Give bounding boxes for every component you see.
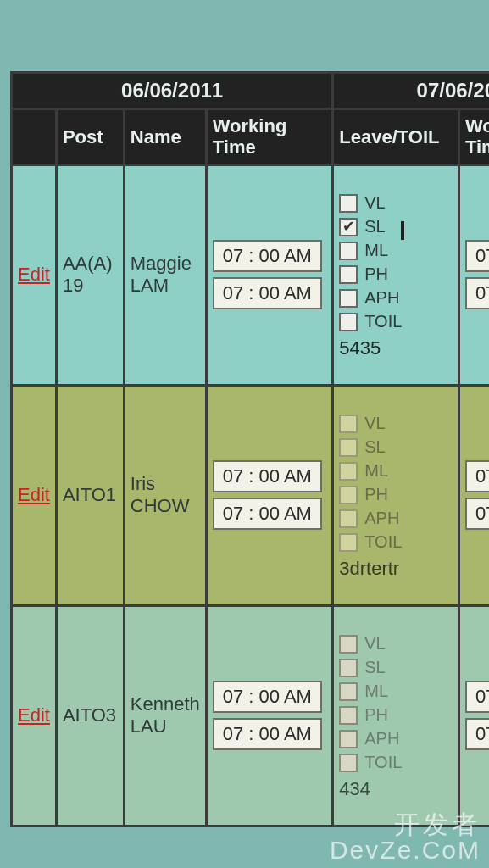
edit-link[interactable]: Edit (18, 264, 50, 285)
leave-option-label: ML (364, 460, 388, 481)
leave-option-row: TOIL (339, 752, 453, 773)
leave-option-label: VL (364, 192, 385, 214)
leave-option-label: ML (364, 681, 388, 702)
checkbox-toil[interactable] (339, 754, 358, 772)
checkbox-sl[interactable]: ✔ (339, 218, 358, 236)
time-input-end[interactable]: 07 : 00 AM (213, 718, 322, 750)
leave-option-row: ML (339, 240, 453, 261)
checkbox-toil[interactable] (339, 533, 358, 552)
leave-option-row: TOIL (339, 531, 453, 553)
checkbox-aph[interactable] (339, 509, 358, 528)
checkbox-ph[interactable] (339, 265, 358, 284)
leave-option-label: ML (364, 240, 388, 261)
leave-note: 5435 (339, 337, 453, 359)
date-header-row: 06/06/2011 07/06/2011 (12, 73, 490, 109)
checkbox-toil[interactable] (339, 313, 358, 331)
leave-option-label: VL (364, 633, 385, 654)
leave-option-label: TOIL (364, 311, 402, 332)
checkbox-aph[interactable] (339, 730, 358, 748)
table-row: EditAITO1Iris CHOW07 : 00 AM07 : 00 AMVL… (12, 385, 490, 605)
time-input-start-2[interactable]: 07 : (465, 681, 489, 713)
schedule-table: 06/06/2011 07/06/2011 Post Name Working … (10, 71, 489, 827)
time-input-end-2[interactable]: 07 : (465, 498, 489, 530)
schedule-table-wrapper: 06/06/2011 07/06/2011 Post Name Working … (10, 71, 489, 827)
checkbox-ph[interactable] (339, 706, 358, 725)
date-header-1: 06/06/2011 (12, 73, 333, 109)
checkbox-vl[interactable] (339, 635, 358, 654)
leave-option-row: SL (339, 657, 453, 678)
col-working-time-2: Working Time (458, 109, 489, 165)
leave-option-row: APH (339, 728, 453, 749)
leave-note: 434 (339, 778, 453, 800)
leave-option-row: APH (339, 508, 453, 529)
post-label: AA(A) 19 (63, 253, 118, 298)
leave-option-row: VL (339, 192, 453, 214)
column-header-row: Post Name Working Time Leave/TOIL Workin… (12, 109, 490, 165)
date-header-2: 07/06/2011 (333, 73, 489, 109)
table-row: EditAA(A) 19Maggie LAM07 : 00 AM07 : 00 … (12, 164, 490, 385)
leave-option-label: TOIL (364, 531, 402, 553)
col-working-time: Working Time (206, 109, 333, 165)
edit-link[interactable]: Edit (18, 704, 50, 726)
name-label: Iris CHOW (131, 473, 200, 518)
leave-option-row: SL (339, 437, 453, 458)
col-edit (12, 109, 57, 165)
col-leave-toil: Leave/TOIL (333, 109, 459, 165)
text-cursor (401, 221, 404, 240)
leave-option-row: PH (339, 484, 453, 505)
leave-option-label: SL (364, 437, 385, 458)
checkbox-ml[interactable] (339, 242, 358, 260)
name-label: Kenneth LAU (131, 693, 200, 738)
leave-option-row: APH (339, 287, 453, 309)
time-input-start[interactable]: 07 : 00 AM (213, 240, 322, 272)
leave-option-row: VL (339, 413, 453, 434)
time-input-start-2[interactable]: 07 : (465, 460, 489, 492)
leave-option-row: ML (339, 460, 453, 481)
watermark-line2: DevZe.CoM (330, 837, 481, 863)
col-name: Name (124, 109, 206, 165)
checkbox-ml[interactable] (339, 462, 358, 481)
leave-option-label: PH (364, 264, 388, 285)
leave-option-row: ML (339, 681, 453, 702)
leave-option-label: PH (364, 484, 388, 505)
checkbox-sl[interactable] (339, 659, 358, 677)
leave-option-row: VL (339, 633, 453, 654)
checkbox-ml[interactable] (339, 682, 358, 701)
name-label: Maggie LAM (131, 253, 200, 298)
time-input-start[interactable]: 07 : 00 AM (213, 460, 322, 492)
leave-option-row: PH (339, 264, 453, 285)
leave-option-label: VL (364, 413, 385, 434)
checkbox-vl[interactable] (339, 194, 358, 213)
leave-option-label: APH (364, 508, 399, 529)
leave-option-row: ✔SL (339, 216, 453, 237)
time-input-end-2[interactable]: 07 : (465, 718, 489, 750)
leave-option-label: TOIL (364, 752, 402, 773)
leave-option-row: PH (339, 704, 453, 726)
leave-option-label: SL (364, 216, 385, 237)
leave-option-label: APH (364, 287, 399, 309)
leave-note: 3drtertr (339, 558, 453, 580)
post-label: AITO1 (63, 484, 118, 506)
checkbox-ph[interactable] (339, 486, 358, 504)
leave-option-label: SL (364, 657, 385, 678)
leave-option-label: APH (364, 728, 399, 749)
col-post: Post (56, 109, 124, 165)
time-input-start[interactable]: 07 : 00 AM (213, 681, 322, 713)
checkbox-vl[interactable] (339, 415, 358, 433)
leave-option-row: TOIL (339, 311, 453, 332)
table-row: EditAITO3Kenneth LAU07 : 00 AM07 : 00 AM… (12, 605, 490, 826)
checkbox-sl[interactable] (339, 438, 358, 457)
checkbox-aph[interactable] (339, 289, 358, 308)
time-input-start-2[interactable]: 07 (465, 240, 489, 272)
time-input-end[interactable]: 07 : 00 AM (213, 498, 322, 530)
post-label: AITO3 (63, 704, 118, 726)
leave-option-label: PH (364, 704, 388, 726)
time-input-end[interactable]: 07 : 00 AM (213, 277, 322, 309)
time-input-end-2[interactable]: 07 (465, 277, 489, 309)
edit-link[interactable]: Edit (18, 484, 50, 505)
